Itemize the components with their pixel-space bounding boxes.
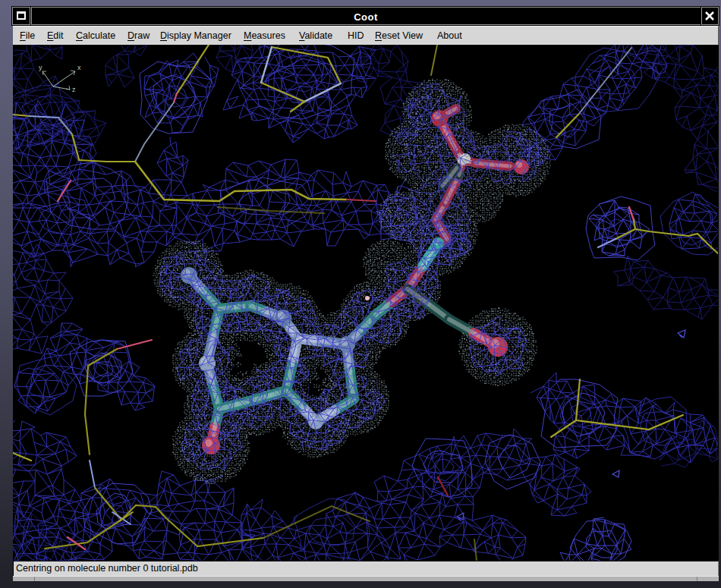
svg-text:x: x (77, 64, 81, 71)
svg-text:Coot: Coot (354, 11, 378, 23)
svg-text:z: z (72, 86, 76, 93)
svg-text:y: y (39, 64, 43, 71)
